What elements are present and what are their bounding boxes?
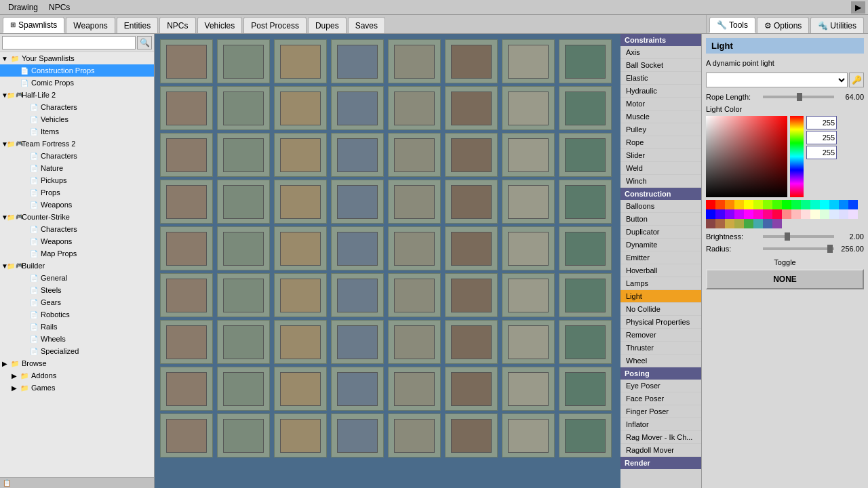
construction-remover[interactable]: Remover: [620, 329, 701, 342]
tree-item-builder-rails[interactable]: 📄Rails: [0, 321, 154, 333]
content-item[interactable]: [160, 226, 213, 270]
content-item[interactable]: [217, 226, 270, 270]
tree-item-tf2-props[interactable]: 📄Props: [0, 186, 154, 199]
light-preset-select[interactable]: [706, 73, 848, 87]
content-item[interactable]: [160, 320, 213, 364]
content-item[interactable]: [502, 133, 555, 177]
swatch-16[interactable]: [706, 209, 715, 219]
construction-hoverball[interactable]: Hoverball: [620, 264, 701, 277]
tree-item-hl2-characters[interactable]: 📄Characters: [0, 101, 154, 113]
content-item[interactable]: [331, 133, 384, 177]
construction-dynamite[interactable]: Dynamite: [620, 239, 701, 251]
swatch-36[interactable]: [744, 219, 753, 228]
tab-spawnlists[interactable]: ⊞ Spawnlists: [3, 17, 64, 33]
swatch-37[interactable]: [753, 219, 763, 228]
content-item[interactable]: [445, 413, 498, 458]
construction-no-collide[interactable]: No Collide: [620, 303, 701, 316]
content-item[interactable]: [445, 133, 498, 177]
content-item[interactable]: [502, 86, 555, 130]
radius-slider[interactable]: [763, 247, 834, 250]
swatch-10[interactable]: [801, 200, 810, 209]
content-item[interactable]: [445, 180, 498, 224]
construction-thruster[interactable]: Thruster: [620, 342, 701, 354]
tab-weapons[interactable]: Weapons: [66, 17, 115, 33]
tree-item-tf2-pickups[interactable]: 📄Pickups: [0, 174, 154, 186]
swatch-39[interactable]: [772, 219, 782, 228]
swatch-20[interactable]: [744, 209, 753, 219]
brightness-slider[interactable]: [763, 235, 834, 238]
r-input[interactable]: [806, 116, 837, 129]
tree-item-tf2-characters[interactable]: 📄Characters: [0, 150, 154, 162]
content-item[interactable]: [445, 226, 498, 270]
constraint-muscle[interactable]: Muscle: [620, 110, 701, 123]
content-item[interactable]: [388, 413, 441, 458]
content-item[interactable]: [559, 180, 612, 224]
swatch-28[interactable]: [820, 209, 829, 219]
content-item[interactable]: [559, 133, 612, 177]
tree-item-builder-specialized[interactable]: 📄Specialized: [0, 345, 154, 357]
tree-item-css-map-props[interactable]: 📄Map Props: [0, 247, 154, 260]
swatch-24[interactable]: [782, 209, 791, 219]
content-item[interactable]: [502, 320, 555, 364]
swatch-13[interactable]: [829, 200, 839, 209]
content-item[interactable]: [274, 273, 327, 317]
tree-item-browse[interactable]: ▶📁Browse: [0, 357, 154, 369]
content-item[interactable]: [274, 180, 327, 224]
constraint-hydraulic[interactable]: Hydraulic: [620, 85, 701, 98]
content-item[interactable]: [274, 39, 327, 83]
content-item[interactable]: [502, 367, 555, 411]
swatch-29[interactable]: [829, 209, 839, 219]
tab-vehicles[interactable]: Vehicles: [197, 17, 243, 33]
tab-tools[interactable]: 🔧 Tools: [709, 17, 755, 33]
tree-item-comic-props[interactable]: 📄Comic Props: [0, 77, 154, 89]
tree-item-builder-wheels[interactable]: 📄Wheels: [0, 333, 154, 345]
constraint-motor[interactable]: Motor: [620, 98, 701, 110]
hue-bar[interactable]: [790, 116, 804, 197]
tree-toggle-addons[interactable]: ▶: [9, 372, 19, 380]
swatch-7[interactable]: [772, 200, 782, 209]
constraint-weld[interactable]: Weld: [620, 162, 701, 175]
tree-item-construction-props[interactable]: 📄Construction Props: [0, 64, 154, 77]
content-scroll[interactable]: [155, 34, 620, 488]
tree-item-css[interactable]: ▼📁🎮Counter-Strike: [0, 211, 154, 223]
tree-item-hl2-vehicles[interactable]: 📄Vehicles: [0, 113, 154, 125]
content-item[interactable]: [331, 226, 384, 270]
swatch-14[interactable]: [839, 200, 848, 209]
swatch-0[interactable]: [706, 200, 715, 209]
tab-options[interactable]: ⚙ Options: [757, 17, 809, 33]
b-input[interactable]: [806, 146, 837, 159]
content-item[interactable]: [160, 413, 213, 458]
swatch-8[interactable]: [782, 200, 791, 209]
content-item[interactable]: [502, 226, 555, 270]
toggle-button[interactable]: NONE: [706, 269, 864, 289]
constraint-elastic[interactable]: Elastic: [620, 72, 701, 85]
constraint-slider[interactable]: Slider: [620, 149, 701, 162]
content-item[interactable]: [559, 413, 612, 458]
swatch-11[interactable]: [810, 200, 820, 209]
content-item[interactable]: [388, 320, 441, 364]
swatch-30[interactable]: [839, 209, 848, 219]
content-item[interactable]: [274, 226, 327, 270]
constraint-axis[interactable]: Axis: [620, 46, 701, 59]
swatch-23[interactable]: [772, 209, 782, 219]
tree-toggle-spawnlists[interactable]: ▼: [0, 55, 9, 62]
content-item[interactable]: [274, 320, 327, 364]
swatch-38[interactable]: [763, 219, 772, 228]
swatch-3[interactable]: [734, 200, 744, 209]
constraint-winch[interactable]: Winch: [620, 175, 701, 188]
construction-duplicator[interactable]: Duplicator: [620, 226, 701, 239]
tab-saves[interactable]: Saves: [348, 17, 385, 33]
content-item[interactable]: [502, 180, 555, 224]
content-item[interactable]: [388, 273, 441, 317]
constraint-pulley[interactable]: Pulley: [620, 123, 701, 136]
content-item[interactable]: [331, 413, 384, 458]
content-item[interactable]: [331, 273, 384, 317]
tree-item-addons[interactable]: ▶📁Addons: [0, 369, 154, 382]
content-item[interactable]: [160, 133, 213, 177]
swatch-25[interactable]: [791, 209, 801, 219]
content-item[interactable]: [331, 367, 384, 411]
swatch-32[interactable]: [706, 219, 715, 228]
construction-emitter[interactable]: Emitter: [620, 251, 701, 264]
content-item[interactable]: [217, 413, 270, 458]
posing-finger-poser[interactable]: Finger Poser: [620, 405, 701, 418]
